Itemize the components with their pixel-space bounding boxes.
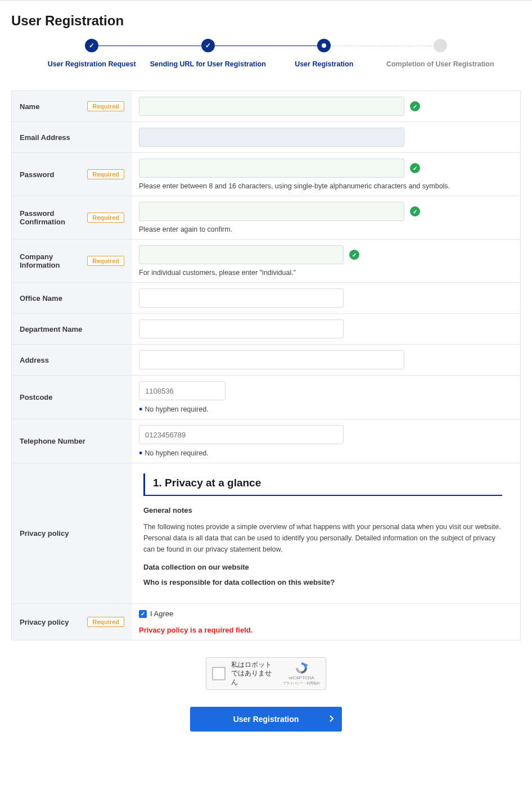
step-2: Sending URL for User Registration — [150, 39, 267, 68]
submit-button[interactable]: User Registration — [190, 707, 342, 732]
field-label: Privacy policy — [20, 618, 69, 626]
helper-text: For individual customers, please enter "… — [139, 269, 513, 277]
required-badge: Required — [87, 617, 124, 627]
step-3: User Registration — [266, 39, 382, 68]
check-icon — [410, 101, 420, 111]
row-phone: Telephone Number •No hyphen required. — [12, 419, 520, 463]
step-label: User Registration — [295, 60, 353, 68]
error-text: Privacy policy is a required field. — [139, 626, 513, 634]
privacy-text: The following notes provide a simple ove… — [143, 521, 502, 555]
phone-input[interactable] — [139, 425, 344, 444]
step-1: User Registration Request — [34, 39, 150, 68]
password-input[interactable] — [139, 159, 404, 178]
privacy-subheading: Who is responsible for data collection o… — [143, 578, 502, 586]
field-label: Password Confirmation — [20, 209, 87, 226]
helper-text: Please enter again to confirm. — [139, 225, 513, 233]
recaptcha-label: 私はロボットではありません — [231, 661, 277, 687]
recaptcha-logo: reCAPTCHA プライバシー・利用規約 — [283, 661, 320, 686]
step-active-icon — [317, 39, 331, 52]
row-privacy-view: Privacy policy 1. Privacy at a glance Ge… — [12, 463, 520, 604]
row-name: Name Required — [12, 91, 520, 122]
step-done-icon — [85, 39, 98, 52]
check-icon — [410, 163, 420, 173]
helper-text: •No hyphen required. — [139, 449, 513, 457]
recaptcha-checkbox[interactable] — [212, 667, 226, 680]
recaptcha-icon — [295, 661, 308, 675]
step-future-icon — [434, 39, 447, 52]
field-label: Privacy policy — [20, 529, 69, 538]
privacy-heading: 1. Privacy at a glance — [143, 473, 502, 496]
agree-label: I Agree — [150, 610, 173, 618]
field-label: Address — [20, 356, 49, 364]
step-label: Completion of User Registration — [386, 60, 494, 68]
postcode-input[interactable] — [139, 381, 226, 400]
company-input[interactable] — [139, 245, 344, 264]
privacy-subheading: Data collection on our website — [143, 563, 502, 571]
required-badge: Required — [87, 256, 124, 266]
agree-checkbox[interactable] — [139, 610, 147, 618]
recaptcha-terms: プライバシー・利用規約 — [283, 681, 320, 686]
field-label: Password — [20, 170, 54, 179]
row-password-confirm: Password Confirmation Required Please en… — [12, 196, 520, 240]
recaptcha-container: 私はロボットではありません reCAPTCHA プライバシー・利用規約 — [11, 640, 521, 707]
field-label: Office Name — [20, 294, 62, 303]
page-title: User Registration — [11, 1, 521, 39]
recaptcha-widget[interactable]: 私はロボットではありません reCAPTCHA プライバシー・利用規約 — [206, 657, 326, 690]
privacy-subheading: General notes — [143, 506, 502, 514]
field-label: Company Information — [20, 252, 87, 269]
check-icon — [349, 250, 359, 260]
progress-stepper: User Registration Request Sending URL fo… — [11, 39, 521, 91]
row-address: Address — [12, 345, 520, 376]
email-input — [139, 128, 404, 147]
chevron-right-icon — [330, 715, 334, 724]
row-office: Office Name — [12, 283, 520, 314]
field-label: Email Address — [20, 133, 70, 142]
password-confirm-input[interactable] — [139, 202, 404, 221]
row-department: Department Name — [12, 314, 520, 345]
field-label: Telephone Number — [20, 437, 85, 445]
row-email: Email Address — [12, 122, 520, 153]
recaptcha-brand: reCAPTCHA — [288, 675, 314, 680]
field-label: Name — [20, 102, 39, 111]
row-company: Company Information Required For individ… — [12, 240, 520, 283]
field-label: Postcode — [20, 393, 53, 401]
row-password: Password Required Please enter between 8… — [12, 153, 520, 196]
required-badge: Required — [87, 213, 124, 223]
row-postcode: Postcode •No hyphen required. — [12, 376, 520, 419]
field-label: Department Name — [20, 325, 82, 333]
submit-label: User Registration — [233, 715, 299, 724]
step-label: User Registration Request — [48, 60, 136, 68]
required-badge: Required — [87, 101, 124, 111]
address-input[interactable] — [139, 350, 404, 369]
name-input[interactable] — [139, 97, 404, 116]
row-privacy-agree: Privacy policy Required I Agree Privacy … — [12, 604, 520, 640]
helper-text: •No hyphen required. — [139, 405, 513, 413]
office-input[interactable] — [139, 288, 344, 308]
step-done-icon — [201, 39, 215, 52]
required-badge: Required — [87, 169, 124, 179]
check-icon — [410, 206, 420, 216]
step-4: Completion of User Registration — [382, 39, 499, 68]
department-input[interactable] — [139, 319, 344, 338]
step-label: Sending URL for User Registration — [150, 60, 266, 68]
privacy-policy-content[interactable]: 1. Privacy at a glance General notes The… — [139, 469, 513, 598]
helper-text: Please enter between 8 and 16 characters… — [139, 182, 513, 190]
registration-form: Name Required Email Address — [11, 91, 521, 640]
